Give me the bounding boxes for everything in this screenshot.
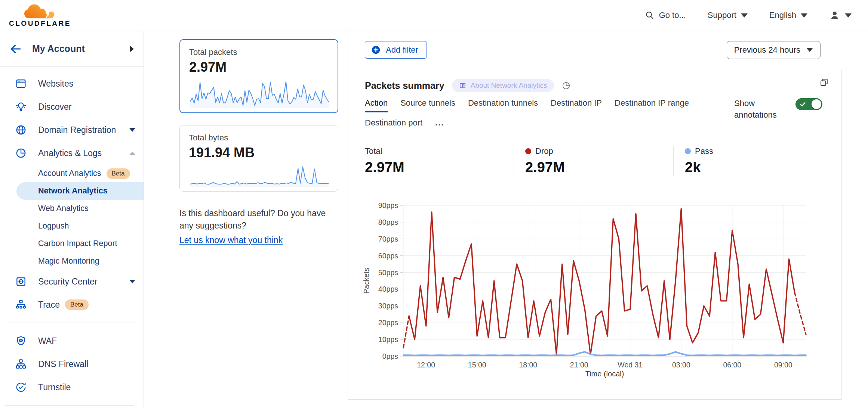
sidebar-item-label: WAF: [38, 336, 57, 346]
about-badge-label: About Network Analytics: [471, 81, 547, 90]
tab-destination-tunnels[interactable]: Destination tunnels: [468, 98, 538, 112]
top-bar: CLOUDFLARE Go to... Support English: [0, 0, 868, 31]
pie-chart-icon: [15, 147, 27, 159]
svg-text:40pps: 40pps: [378, 285, 398, 293]
tab-source-tunnels[interactable]: Source tunnels: [400, 98, 455, 112]
svg-text:21:00: 21:00: [570, 361, 588, 369]
sidebar-item-analytics-logs[interactable]: Analytics & Logs: [0, 142, 144, 165]
sidebar-nav: WebsitesDiscoverDomain RegistrationAnaly…: [0, 67, 144, 407]
trace-icon: [15, 299, 27, 311]
cloudflare-logo[interactable]: CLOUDFLARE: [8, 3, 72, 28]
about-network-analytics-badge[interactable]: About Network Analytics: [452, 79, 554, 92]
chevron-down-icon: [129, 280, 135, 283]
toggle-knob: [812, 99, 821, 109]
legend-dot-drop: [525, 148, 531, 154]
feedback-link[interactable]: Let us know what you think: [179, 235, 283, 245]
sidebar-item-logpush[interactable]: Logpush: [0, 217, 144, 235]
card-value: 191.94 MB: [189, 145, 329, 161]
goto-label: Go to...: [659, 10, 686, 20]
sidebar-item-websites[interactable]: Websites: [0, 72, 144, 95]
add-filter-label: Add filter: [386, 45, 418, 55]
chevron-down-icon: [741, 13, 748, 18]
add-filter-button[interactable]: Add filter: [365, 41, 427, 59]
time-range-dropdown[interactable]: Previous 24 hours: [727, 41, 821, 59]
card-value: 2.97M: [189, 59, 329, 75]
annotations-toggle[interactable]: [795, 98, 822, 110]
sidebar-item-discover[interactable]: Discover: [0, 95, 144, 118]
sidebar-item-account-analytics[interactable]: Account AnalyticsBeta: [0, 165, 144, 182]
sidebar-subnav: Account AnalyticsBetaNetwork AnalyticsWe…: [0, 165, 144, 270]
shield-gear-icon: [15, 335, 27, 347]
summary-card-total-packets[interactable]: Total packets2.97M: [179, 39, 338, 113]
svg-text:12:00: 12:00: [417, 361, 435, 369]
show-annotations-label: Show annotations: [734, 97, 780, 121]
panel-header: Packets summary About Network Analytics: [348, 69, 841, 92]
svg-text:15:00: 15:00: [468, 361, 486, 369]
svg-text:09:00: 09:00: [774, 361, 792, 369]
user-icon: [829, 10, 840, 21]
tab-destination-ip-range[interactable]: Destination IP range: [615, 98, 689, 112]
sidebar-item-domain-registration[interactable]: Domain Registration: [0, 118, 144, 142]
sidebar-item-label: Discover: [38, 102, 71, 112]
goto-search[interactable]: Go to...: [645, 10, 686, 20]
tab-more[interactable]: ...: [435, 118, 444, 132]
sidebar-item-carbon-impact-report[interactable]: Carbon Impact Report: [0, 235, 144, 252]
account-header[interactable]: My Account: [0, 31, 144, 67]
chevron-down-icon: [129, 128, 135, 132]
sidebar-item-dns-firewall[interactable]: DNS Firewall: [0, 352, 144, 376]
svg-text:06:00: 06:00: [723, 361, 741, 369]
back-arrow-icon[interactable]: [9, 42, 22, 56]
sidebar-item-label: Trace: [38, 300, 60, 310]
sidebar-item-security-center[interactable]: Security Center: [0, 270, 144, 293]
stat-pass: Pass2k: [673, 146, 841, 175]
svg-text:10pps: 10pps: [378, 335, 398, 344]
chevron-down-icon: [845, 13, 852, 18]
sidebar-subitem-label: Magic Monitoring: [38, 257, 99, 266]
pie-chart-icon[interactable]: [561, 81, 571, 90]
svg-text:70pps: 70pps: [378, 235, 398, 243]
chevron-up-icon: [129, 152, 135, 155]
support-label: Support: [708, 10, 736, 20]
sidebar: My Account WebsitesDiscoverDomain Regist…: [0, 31, 144, 407]
sidebar-item-trace[interactable]: TraceBeta: [0, 293, 144, 316]
time-range-label: Previous 24 hours: [734, 45, 800, 55]
total-packets-sparkline: [189, 78, 330, 109]
stat-header: Total: [365, 146, 514, 156]
expand-panel-icon[interactable]: [819, 77, 829, 87]
globe-icon: [15, 124, 27, 136]
stat-label: Pass: [695, 146, 713, 156]
packets-summary-card: Packets summary About Network Analytics …: [348, 69, 841, 400]
summary-card-total-bytes[interactable]: Total bytes191.94 MB: [179, 125, 338, 192]
cloudflare-cloud-icon: [18, 3, 62, 19]
sidebar-item-turnstile[interactable]: Turnstile: [0, 376, 144, 399]
svg-text:20pps: 20pps: [378, 319, 398, 327]
tab-destination-port[interactable]: Destination port: [365, 118, 422, 132]
stat-value: 2.97M: [525, 159, 673, 175]
sidebar-item-magic-monitoring[interactable]: Magic Monitoring: [0, 252, 144, 270]
feedback-question: Is this dashboard useful? Do you have an…: [179, 207, 337, 232]
safe-icon: [15, 276, 27, 288]
svg-text:Time (local): Time (local): [585, 370, 624, 378]
dimension-tabs: ActionSource tunnelsDestination tunnelsD…: [365, 98, 739, 132]
total-bytes-sparkline: [189, 164, 330, 187]
svg-text:18:00: 18:00: [519, 361, 537, 369]
summary-cards: Total packets2.97MTotal bytes191.94 MB: [144, 39, 348, 192]
language-menu[interactable]: English: [769, 10, 807, 20]
tab-destination-ip[interactable]: Destination IP: [551, 98, 602, 112]
chevron-right-icon[interactable]: [130, 46, 134, 52]
sidebar-item-label: Domain Registration: [38, 125, 116, 135]
tab-action[interactable]: Action: [365, 98, 388, 112]
account-menu[interactable]: [829, 10, 852, 21]
sidebar-item-network-analytics[interactable]: Network Analytics: [16, 182, 144, 200]
sidebar-item-web-analytics[interactable]: Web Analytics: [0, 200, 144, 217]
svg-text:0pps: 0pps: [382, 352, 398, 360]
sidebar-subitem-label: Network Analytics: [38, 186, 108, 196]
sidebar-item-waf[interactable]: WAF: [0, 329, 144, 352]
sidebar-item-label: Security Center: [38, 277, 98, 287]
top-navigation: Go to... Support English: [645, 10, 852, 21]
support-menu[interactable]: Support: [708, 10, 748, 20]
packets-time-series-chart[interactable]: 0pps10pps20pps30pps40pps50pps60pps70pps8…: [348, 180, 841, 383]
card-label: Total packets: [189, 47, 329, 57]
lightbulb-icon: [15, 101, 27, 113]
cloudflare-wordmark: CLOUDFLARE: [9, 19, 71, 28]
